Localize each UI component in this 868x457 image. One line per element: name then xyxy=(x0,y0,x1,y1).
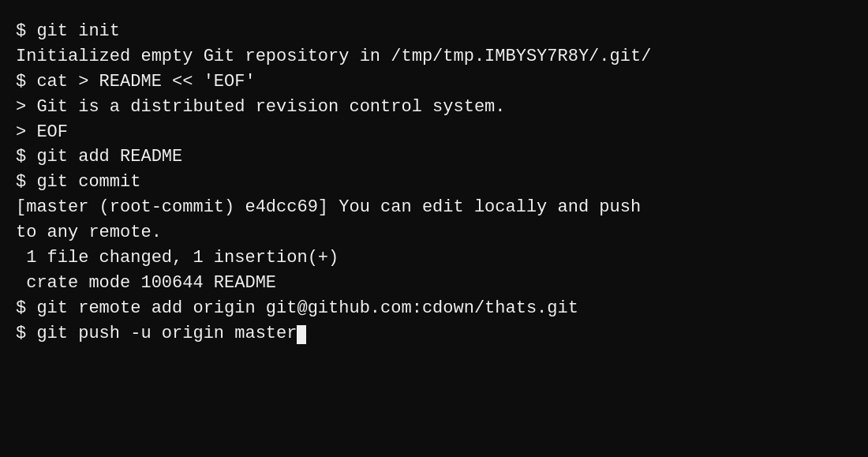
terminal-line: [master (root-commit) e4dcc69] You can e… xyxy=(16,195,852,220)
terminal-line: $ git remote add origin git@github.com:c… xyxy=(16,296,852,321)
terminal-window[interactable]: $ git initInitialized empty Git reposito… xyxy=(0,0,868,457)
terminal-line: $ git commit xyxy=(16,170,852,195)
terminal-cursor xyxy=(297,325,306,344)
terminal-line: crate mode 100644 README xyxy=(16,271,852,296)
terminal-line: $ cat > README << 'EOF' xyxy=(16,69,852,95)
terminal-line: 1 file changed, 1 insertion(+) xyxy=(16,245,852,271)
terminal-line: > Git is a distributed revision control … xyxy=(16,95,852,120)
terminal-line: $ git push -u origin master xyxy=(16,321,852,346)
terminal-line: $ git add README xyxy=(16,144,852,170)
terminal-line: Initialized empty Git repository in /tmp… xyxy=(16,44,852,69)
terminal-line: $ git init xyxy=(16,19,852,44)
terminal-line: to any remote. xyxy=(16,220,852,245)
terminal-line: > EOF xyxy=(16,120,852,145)
